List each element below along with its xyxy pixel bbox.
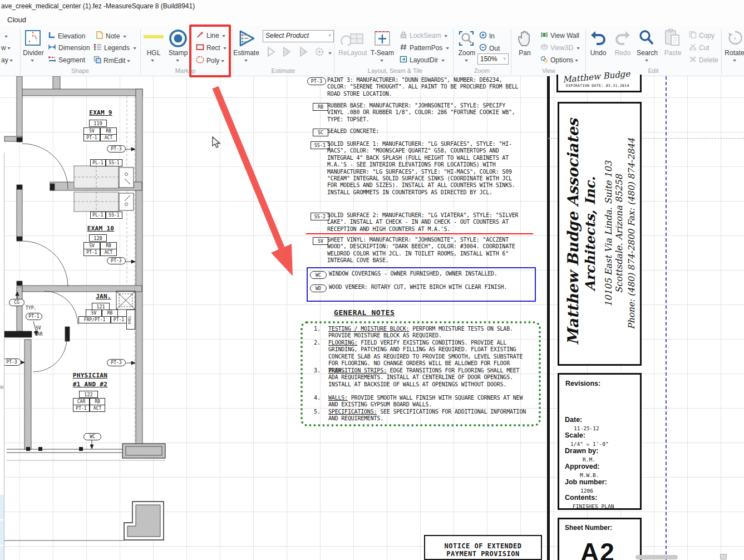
divider-button[interactable]: [24, 30, 41, 48]
elevation-button[interactable]: Elevation: [48, 31, 85, 41]
note-head: SPECIFICATIONS:: [328, 409, 377, 415]
tseam-button[interactable]: [373, 29, 391, 49]
dropdown-caret-icon[interactable]: [465, 58, 468, 63]
menu-bar: Cloud: [0, 12, 744, 26]
dropdown-caret-icon[interactable]: [31, 58, 34, 63]
pattern-grid-icon: [400, 43, 407, 52]
undo-button[interactable]: [589, 30, 608, 48]
combo-caret-icon: [503, 56, 506, 61]
dropdown-caret-icon[interactable]: [645, 58, 648, 63]
view3d-button[interactable]: View3D: [540, 43, 579, 52]
menu-item-cloud[interactable]: Cloud: [7, 16, 26, 24]
hgl-button[interactable]: [144, 35, 164, 38]
finish-table-physician-row2: PT-1 ACT: [73, 405, 105, 412]
rotate-button[interactable]: [727, 30, 743, 50]
dropdown-caret-icon[interactable]: [151, 58, 154, 63]
note-button[interactable]: Note: [96, 31, 126, 41]
dropdown-caret-icon[interactable]: [733, 58, 736, 63]
copy-button[interactable]: Copy: [689, 31, 715, 40]
note-head: TRANSITION STRIPS:: [328, 367, 387, 374]
layout-direction-icon: [400, 56, 407, 65]
dropdown-caret-icon[interactable]: [176, 58, 179, 63]
drawn-by-value: R.M.: [583, 456, 595, 463]
room-name-physician-2: #1 AND #2: [68, 381, 112, 388]
search-button[interactable]: [638, 29, 656, 49]
room-name-exam9: EXAM 9: [82, 109, 119, 116]
room-name-jan: JAN.: [93, 293, 114, 300]
view-wall-icon: [540, 31, 548, 40]
zoom-level-dropdown[interactable]: 150%: [477, 53, 509, 65]
room-name-exam10: EXAM 10: [82, 225, 119, 232]
horizontal-scrollbar-thumb[interactable]: [635, 555, 678, 559]
room-name-physician: PHYSICIAN: [66, 372, 115, 379]
zoom-out-button[interactable]: Out: [479, 43, 500, 53]
dropdown-caret-icon[interactable]: [4, 34, 8, 39]
finish-cell: FRP/PT-1: [78, 316, 111, 323]
dimension-icon: [48, 43, 56, 52]
dropdown-caret-icon: [575, 58, 578, 63]
options-button[interactable]: Options: [540, 56, 578, 65]
finish-cell: ACT: [100, 134, 117, 141]
collapsed-side-panel[interactable]: Si: [0, 153, 4, 560]
column-detail: [0, 502, 164, 541]
segment-button[interactable]: Segment: [48, 56, 85, 65]
tseam-icon: [373, 29, 391, 47]
view-wall-button[interactable]: View Wall: [540, 31, 579, 40]
cut-button[interactable]: Cut: [689, 43, 709, 52]
spec-badge-sv: SV: [313, 237, 328, 245]
combo-caret-icon: [328, 33, 331, 38]
stamp-label: Stamp: [166, 49, 190, 57]
divider-icon: [24, 30, 41, 46]
rotate-label: Rotate: [723, 49, 744, 57]
paste-button[interactable]: [663, 28, 681, 50]
dropdown-caret-icon: [123, 34, 126, 39]
paste-icon: [663, 28, 681, 47]
architect-stamp-box: Matthew Budge EXPIRATION DATE: 03-31-201…: [556, 75, 642, 92]
dropdown-caret-icon[interactable]: [380, 58, 383, 63]
finish-cell: PL-1: [90, 212, 106, 219]
hgl-label: HGL: [144, 49, 164, 57]
spec-text-wc: WINDOW COVERINGS - OWNER FURNISHED, OWNE…: [329, 271, 525, 277]
rmedit-button[interactable]: RmEdit: [93, 56, 130, 65]
ribbon-fragment-2[interactable]: ay: [1, 56, 12, 64]
finish-table-jan-row2: FRP/PT-1 PT-1: [78, 316, 127, 323]
redo-button[interactable]: [613, 30, 632, 48]
finish-cell: PT-1: [73, 405, 90, 412]
notice-box: NOTICE OF EXTENDED PAYMENT PROVISION: [424, 535, 542, 560]
callout-wc: WC: [83, 433, 101, 440]
finish-table-exam10-row2: PT-1 ACT: [83, 249, 117, 256]
approved-label: Approved:: [565, 463, 600, 470]
estimate-run-buttons[interactable]: [265, 46, 331, 60]
legends-button[interactable]: Legends: [93, 43, 136, 52]
finish-tag-mel: MEL: [126, 310, 135, 330]
ribbon-fragment-1[interactable]: w: [1, 43, 10, 52]
finish-cell: PL-1: [90, 159, 106, 166]
select-product-dropdown[interactable]: Select Product: [263, 30, 334, 42]
lockseam-button[interactable]: LockSeam: [400, 31, 447, 40]
stamp-button[interactable]: [169, 29, 188, 50]
scrollbar-corner[interactable]: [720, 554, 727, 559]
layoutdir-button[interactable]: LayoutDir: [400, 56, 444, 65]
patternpos-button[interactable]: PatternPos: [400, 43, 449, 52]
sheet-number-value: A2: [580, 537, 615, 560]
callout-typ: TYP.: [26, 306, 36, 311]
relayout-button[interactable]: [338, 32, 365, 49]
zoom-button[interactable]: [457, 30, 475, 50]
drawing-canvas[interactable]: EXAM 9 119 SV RB PT-1 ACT PT-3 PL-1 SS-1…: [0, 76, 744, 560]
delete-button[interactable]: Delete: [689, 56, 718, 65]
pan-button[interactable]: [516, 29, 533, 50]
contents-value: FINISHES PLAN: [573, 503, 614, 509]
zoom-out-icon: [479, 43, 487, 53]
lock-icon: [400, 31, 407, 40]
note-head: FLOORING:: [328, 340, 357, 346]
note-number: 1.: [314, 326, 324, 332]
finish-cell: PT-1: [83, 134, 100, 141]
estimate-button[interactable]: [236, 30, 256, 50]
firm-address-line2: Scottsdale. Arizona 85258: [614, 122, 627, 345]
note-item-3: TRANSITION STRIPS: EDGE TRANSITIONS FOR …: [328, 367, 526, 388]
dropdown-caret-icon[interactable]: [244, 58, 248, 63]
zoom-in-button[interactable]: In: [479, 31, 495, 41]
finish-cell: ACT: [90, 405, 105, 412]
tseam-label: T-Seam: [369, 49, 396, 57]
dimension-button[interactable]: Dimension: [48, 43, 90, 52]
